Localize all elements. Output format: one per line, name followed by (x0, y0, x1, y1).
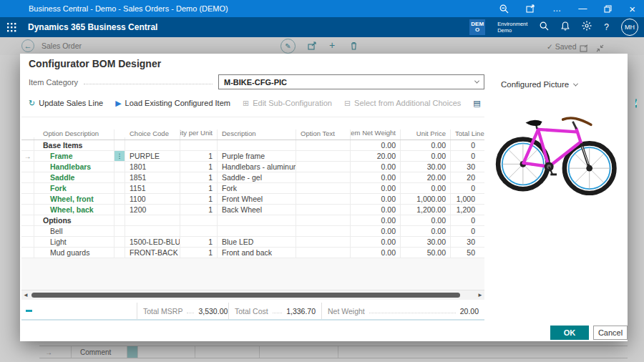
horizontal-scrollbar[interactable]: ◄ ► (21, 290, 484, 300)
header-quantity-per-unit[interactable]: Quantity per Unit (180, 129, 218, 140)
cell-choice-code[interactable]: 1151 (125, 183, 180, 193)
cell-total-line-price[interactable]: 30 (451, 237, 484, 247)
cell-item-net-weight[interactable]: 0.00 (351, 205, 401, 215)
cell-item-net-weight[interactable]: 20.00 (351, 151, 401, 161)
minimize-icon[interactable]: — (578, 4, 587, 14)
cancel-button[interactable]: Cancel (593, 326, 628, 340)
cell-total-line-price[interactable]: 50 (451, 248, 484, 258)
header-item-net-weight[interactable]: Item Net Weight (351, 129, 401, 140)
cell-total-line-price[interactable]: 0 (451, 140, 484, 150)
cell-option-text[interactable] (296, 151, 351, 161)
cell-choice-code[interactable]: 1200 (125, 205, 180, 215)
item-category-input[interactable]: M-BIKE-CFG-PIC (218, 74, 484, 89)
cell-option-text[interactable] (296, 183, 351, 193)
cell-description[interactable] (218, 226, 296, 236)
cell-option-text[interactable] (296, 162, 351, 172)
cell-option-description[interactable]: Wheel, back (34, 205, 114, 215)
user-avatar[interactable]: MH (621, 19, 638, 36)
table-row[interactable]: Wheel, front11001Front Wheel0.001,000.00… (21, 194, 484, 205)
cell-option-text[interactable] (296, 205, 351, 215)
cell-quantity-per-unit[interactable]: 1 (180, 162, 218, 172)
row-menu-handle[interactable]: ⋮ (114, 151, 125, 161)
cell-description[interactable]: Purple frame (218, 151, 296, 161)
table-row[interactable]: Light1500-LED-BLUE1Blue LED0.0030.0030 (21, 237, 484, 248)
cell-choice-code[interactable]: 1851 (125, 172, 180, 182)
info-icon[interactable]: i (635, 99, 638, 108)
cell-quantity-per-unit[interactable]: 1 (180, 248, 218, 258)
cell-option-description[interactable]: Frame (34, 151, 114, 161)
cell-description[interactable] (218, 140, 296, 150)
cell-option-text[interactable] (296, 194, 351, 204)
cell-total-line-price[interactable]: 20 (451, 172, 484, 182)
scroll-left-icon[interactable]: ◄ (21, 292, 30, 298)
cell-total-line-price[interactable]: 0 (451, 226, 484, 236)
cell-unit-price[interactable]: 1,000.00 (401, 194, 451, 204)
cell-total-line-price[interactable]: 1,200 (451, 205, 484, 215)
cell-option-description[interactable]: Saddle (34, 172, 114, 182)
cell-choice-code[interactable]: FRONT-BACK (125, 248, 180, 258)
cell-unit-price[interactable]: 0.00 (401, 140, 451, 150)
table-row[interactable]: Options0.000.000 (21, 215, 484, 226)
popout-window-icon[interactable] (526, 4, 535, 13)
cell-quantity-per-unit[interactable]: 1 (180, 237, 218, 247)
cell-total-line-price[interactable]: 0 (451, 183, 484, 193)
help-icon[interactable]: ? (604, 22, 609, 32)
cell-description[interactable]: Front and back (218, 248, 296, 258)
cell-option-description[interactable]: Wheel, front (34, 194, 114, 204)
cell-unit-price[interactable]: 1,200.00 (401, 205, 451, 215)
cell-option-text[interactable] (296, 248, 351, 258)
cell-total-line-price[interactable]: 0 (451, 215, 484, 225)
cell-description[interactable]: Handlebars - aluminum (218, 162, 296, 172)
cell-description[interactable]: Front Wheel (218, 194, 296, 204)
scroll-right-icon[interactable]: ► (476, 292, 484, 298)
cell-item-net-weight[interactable]: 0.00 (351, 172, 401, 182)
cell-item-net-weight[interactable]: 0.00 (351, 183, 401, 193)
cell-unit-price[interactable]: 0.00 (401, 215, 451, 225)
notifications-bell-icon[interactable] (561, 21, 570, 34)
restore-icon[interactable] (604, 5, 612, 13)
cell-total-line-price[interactable]: 0 (451, 151, 484, 161)
table-row[interactable]: Bell0.000.000 (21, 226, 484, 237)
cell-item-net-weight[interactable]: 0.00 (351, 140, 401, 150)
cell-choice-code[interactable] (125, 226, 180, 236)
cell-unit-price[interactable]: 0.00 (401, 183, 451, 193)
cell-option-text[interactable] (296, 172, 351, 182)
titlebar-more-icon[interactable]: … (552, 4, 561, 14)
header-total-line-price[interactable]: Total Line P (451, 129, 484, 140)
table-row[interactable]: Handlebars18011Handlebars - aluminum0.00… (21, 162, 484, 172)
header-choice-code[interactable]: Choice Code (125, 129, 180, 140)
settings-gear-icon[interactable] (582, 21, 592, 34)
update-sales-line-button[interactable]: ↻Update Sales Line (29, 99, 103, 108)
cell-item-net-weight[interactable]: 0.00 (351, 248, 401, 258)
chevron-down-icon[interactable] (474, 79, 479, 84)
cell-item-net-weight[interactable]: 0.00 (351, 237, 401, 247)
cell-item-net-weight[interactable]: 0.00 (351, 226, 401, 236)
cell-unit-price[interactable]: 50.00 (401, 248, 451, 258)
cell-choice-code[interactable]: 1500-LED-BLUE (125, 237, 180, 247)
environment-badge[interactable]: DEMO (469, 19, 485, 35)
ok-button[interactable]: OK (550, 326, 589, 340)
cell-option-description[interactable]: Bell (34, 226, 114, 236)
table-row[interactable]: Mud guardsFRONT-BACK1Front and back0.005… (21, 248, 484, 258)
cell-quantity-per-unit[interactable]: 1 (180, 194, 218, 204)
cell-item-net-weight[interactable]: 0.00 (351, 162, 401, 172)
cell-description[interactable]: Back Wheel (218, 205, 296, 215)
zoom-out-icon[interactable] (499, 4, 509, 14)
table-row[interactable]: →Frame⋮PURPLE1Purple frame20.000.000 (21, 151, 484, 162)
cell-choice-code[interactable]: PURPLE (125, 151, 180, 161)
header-option-text[interactable]: Option Text (296, 129, 351, 140)
cell-quantity-per-unit[interactable] (180, 226, 218, 236)
cell-quantity-per-unit[interactable]: 1 (180, 172, 218, 182)
cell-quantity-per-unit[interactable]: 1 (180, 151, 218, 161)
close-window-icon[interactable]: × (629, 3, 635, 15)
table-row[interactable]: Wheel, back12001Back Wheel0.001,200.001,… (21, 205, 484, 215)
cell-choice-code[interactable]: 1100 (125, 194, 180, 204)
waffle-menu-icon[interactable] (7, 23, 16, 32)
app-title[interactable]: Dynamics 365 Business Central (28, 22, 157, 32)
cell-option-description[interactable]: Light (34, 237, 114, 247)
cell-option-description[interactable]: Handlebars (34, 162, 114, 172)
cell-choice-code[interactable] (125, 215, 180, 225)
cell-description[interactable]: Saddle - gel (218, 172, 296, 182)
cell-unit-price[interactable]: 30.00 (401, 237, 451, 247)
cell-option-description[interactable]: Mud guards (34, 248, 114, 258)
